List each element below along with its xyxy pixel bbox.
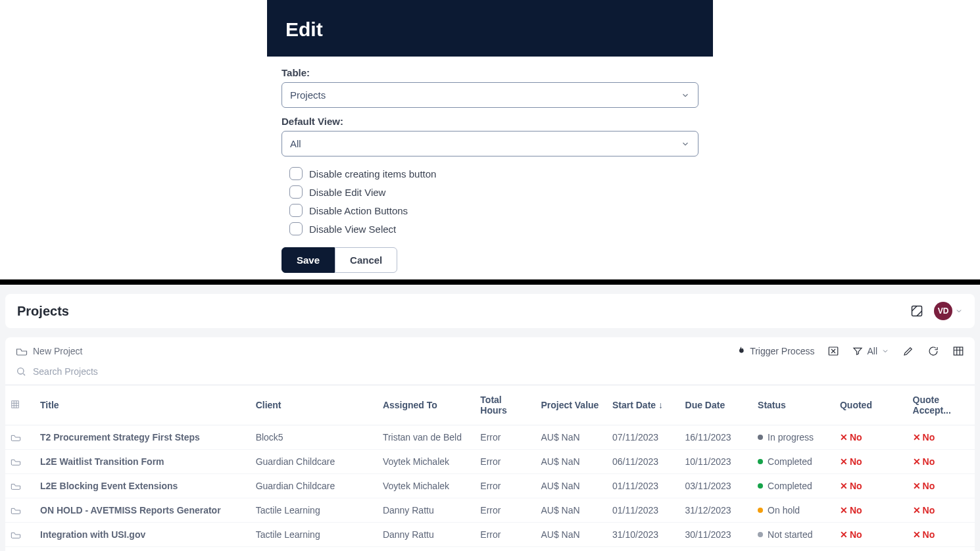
x-icon: ✕ [840, 456, 848, 467]
table-label: Table: [282, 67, 698, 78]
table-row[interactable]: T2 Procurement Strategy First StepsBlock… [5, 425, 975, 450]
cell-hours: Error [475, 425, 535, 450]
table-row[interactable]: L2E Blocking Event ExtensionsGuardian Ch… [5, 474, 975, 498]
folder-icon [11, 482, 21, 490]
page-title: Projects [17, 304, 69, 319]
projects-table: Title Client Assigned To Total Hours Pro… [5, 385, 975, 551]
app-icon[interactable] [910, 304, 923, 318]
col-start[interactable]: Start Date↓ [607, 385, 680, 425]
refresh-icon [927, 345, 939, 357]
cell-title: L2E Blocking Event Extensions [35, 474, 251, 498]
cell-value: AU$ NaN [535, 474, 607, 498]
cell-client: Block5 [251, 425, 378, 450]
chevron-down-icon [881, 347, 889, 355]
cell-client: Jungle Busters [251, 547, 378, 552]
chevron-down-icon [681, 91, 690, 100]
trigger-process-label: Trigger Process [750, 346, 814, 356]
projects-page: Projects VD New Project Trigger Process [0, 285, 980, 551]
table-select-value: Projects [290, 89, 326, 101]
col-hours[interactable]: Total Hours [475, 385, 535, 425]
cell-title: ON HOLD - AVETMISS Reports Generator [35, 498, 251, 523]
table-row[interactable]: L2E Waitlist Transition FormGuardian Chi… [5, 450, 975, 474]
svg-rect-4 [12, 400, 19, 408]
modal-header: Edit [267, 0, 713, 57]
export-excel-button[interactable] [827, 345, 839, 357]
search-input[interactable] [33, 366, 230, 377]
user-menu[interactable]: VD [934, 302, 963, 320]
toolbar-row: New Project Trigger Process All [5, 337, 975, 361]
sort-desc-icon: ↓ [658, 400, 663, 410]
modal-title: Edit [285, 18, 695, 41]
filter-label: All [867, 346, 877, 356]
cell-quoted: ✕ No [835, 450, 908, 474]
col-status[interactable]: Status [752, 385, 835, 425]
cancel-button[interactable]: Cancel [335, 247, 397, 273]
row-icon-cell [5, 474, 35, 498]
cell-assigned: Voytek Michalek [378, 474, 475, 498]
x-icon: ✕ [840, 481, 848, 491]
filter-button[interactable]: All [852, 346, 889, 356]
col-select[interactable] [5, 385, 35, 425]
checkbox-disable-create[interactable] [289, 167, 303, 180]
save-button[interactable]: Save [282, 247, 335, 273]
x-icon: ✕ [840, 529, 848, 540]
defaultview-label: Default View: [282, 116, 698, 127]
row-icon-cell [5, 450, 35, 474]
cell-quoted: ✕ No [835, 425, 908, 450]
cell-value: AU$ NaN [535, 450, 607, 474]
trigger-process-button[interactable]: Trigger Process [735, 346, 814, 356]
check-disable-create: Disable creating items button [289, 167, 698, 180]
checkbox-disable-actions[interactable] [289, 204, 303, 217]
table-row[interactable]: Integration with USI.govTactile Learning… [5, 523, 975, 547]
cell-client: Tactile Learning [251, 523, 378, 547]
cell-start: 06/11/2023 [607, 450, 680, 474]
pencil-icon [902, 345, 914, 357]
cell-title: T2 Procurement Strategy First Steps [35, 425, 251, 450]
new-project-label: New Project [33, 346, 82, 356]
cell-status: Completed [752, 450, 835, 474]
x-icon: ✕ [913, 432, 921, 443]
col-quoted[interactable]: Quoted [835, 385, 908, 425]
folder-icon [11, 531, 21, 539]
check-disable-viewselect: Disable View Select [289, 222, 698, 235]
table-row[interactable]: ON HOLD - AVETMISS Reports GeneratorTact… [5, 498, 975, 523]
check-disable-actions: Disable Action Buttons [289, 204, 698, 217]
cell-status: Completed [752, 474, 835, 498]
table-row[interactable]: Update and sync Jobs and Projects to inc… [5, 547, 975, 552]
cell-quoted: ✕ No [835, 523, 908, 547]
modal-body: Table: Projects Default View: All Disabl… [267, 57, 713, 273]
checkbox-disable-edit[interactable] [289, 185, 303, 199]
fire-icon [735, 346, 746, 356]
folder-icon [11, 458, 21, 466]
cell-start: 01/11/2023 [607, 474, 680, 498]
col-client[interactable]: Client [251, 385, 378, 425]
cell-assigned: Tristan van de Beld [378, 425, 475, 450]
cell-value: AU$ NaN [535, 498, 607, 523]
check-disable-edit: Disable Edit View [289, 185, 698, 199]
table-select[interactable]: Projects [282, 82, 698, 108]
edit-modal: Edit Table: Projects Default View: All D… [267, 0, 713, 273]
defaultview-select[interactable]: All [282, 131, 698, 156]
folder-icon [11, 433, 21, 441]
refresh-button[interactable] [927, 345, 939, 357]
checks-group: Disable creating items button Disable Ed… [289, 167, 698, 235]
col-value[interactable]: Project Value [535, 385, 607, 425]
new-project-button[interactable]: New Project [16, 346, 82, 356]
filter-icon [852, 346, 863, 356]
edit-icon-button[interactable] [902, 345, 914, 357]
cell-due: 03/11/2023 [680, 474, 753, 498]
columns-button[interactable] [952, 345, 964, 357]
col-title[interactable]: Title [35, 385, 251, 425]
chevron-down-icon [955, 307, 963, 315]
cell-hours: Error [475, 474, 535, 498]
col-accept[interactable]: Quote Accept... [908, 385, 975, 425]
section-divider [0, 279, 980, 285]
col-assigned[interactable]: Assigned To [378, 385, 475, 425]
check-label: Disable Edit View [309, 187, 385, 198]
cell-due: 30/11/2023 [680, 523, 753, 547]
cell-start: 31/10/2023 [607, 523, 680, 547]
cell-accept: ✕ No [908, 450, 975, 474]
col-due[interactable]: Due Date [680, 385, 753, 425]
cell-assigned: Danny Rattu [378, 498, 475, 523]
checkbox-disable-viewselect[interactable] [289, 222, 303, 235]
